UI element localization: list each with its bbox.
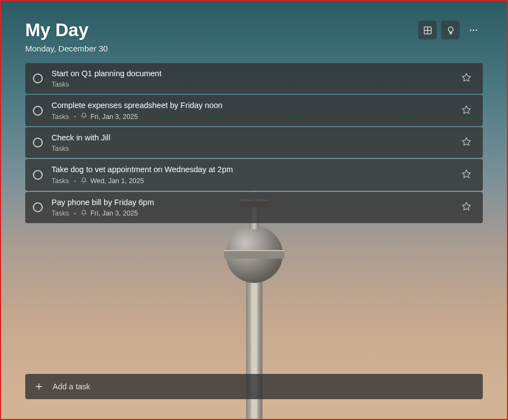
header-actions [418,21,483,39]
task-list: Start on Q1 planning documentTasksComple… [1,63,507,223]
task-row[interactable]: Start on Q1 planning documentTasks [25,63,483,94]
svg-rect-4 [224,250,284,251]
task-title: Take dog to vet appointment on Wednesday… [52,164,450,174]
svg-rect-3 [224,250,284,259]
task-reminder-date: Fri, Jan 3, 2025 [90,209,138,217]
svg-marker-19 [463,202,471,210]
star-icon [461,201,471,213]
bell-icon [81,177,87,185]
page-title: My Day [25,20,108,41]
svg-marker-18 [463,170,471,178]
task-reminder-date: Wed, Jan 1, 2025 [90,177,144,185]
svg-marker-16 [463,106,471,113]
header: My Day Monday, December 30 [1,1,507,63]
star-icon [461,169,471,181]
svg-point-12 [470,30,471,31]
more-icon [469,25,478,35]
task-list-name: Tasks [52,81,69,88]
more-button[interactable] [464,21,483,39]
task-list-name: Tasks [52,145,69,152]
meta-separator [74,116,76,117]
grid-icon [423,26,432,35]
task-complete-checkbox[interactable] [33,202,43,212]
task-row[interactable]: Pay phone bill by Friday 6pmTasksFri, Ja… [25,192,483,223]
task-title: Pay phone bill by Friday 6pm [52,197,450,207]
task-meta: TasksFri, Jan 3, 2025 [52,209,450,218]
task-row[interactable]: Check in with JillTasks [25,127,483,158]
star-button[interactable] [459,71,474,86]
task-reminder: Wed, Jan 1, 2025 [81,177,144,185]
task-meta: TasksWed, Jan 1, 2025 [52,177,450,185]
task-list-name: Tasks [52,177,69,185]
task-title: Complete expenses spreadsheet by Friday … [52,100,450,110]
suggestions-button[interactable] [441,21,460,39]
task-meta: Tasks [52,81,450,88]
task-reminder: Fri, Jan 3, 2025 [81,209,138,218]
star-button[interactable] [459,103,474,118]
task-row[interactable]: Complete expenses spreadsheet by Friday … [25,95,483,126]
task-body: Pay phone bill by Friday 6pmTasksFri, Ja… [52,197,450,218]
svg-point-13 [473,30,475,31]
task-title: Start on Q1 planning document [52,69,450,78]
task-reminder: Fri, Jan 3, 2025 [81,112,138,121]
star-icon [461,72,471,84]
task-complete-checkbox[interactable] [33,138,43,147]
task-body: Check in with JillTasks [52,133,450,152]
task-list-name: Tasks [52,209,69,217]
task-row[interactable]: Take dog to vet appointment on Wednesday… [25,159,483,190]
task-body: Complete expenses spreadsheet by Friday … [52,100,450,121]
star-button[interactable] [459,200,474,215]
task-complete-checkbox[interactable] [33,73,43,83]
star-button[interactable] [459,167,474,183]
svg-marker-17 [463,138,471,145]
task-body: Start on Q1 planning documentTasks [52,69,450,88]
task-complete-checkbox[interactable] [33,170,43,180]
plus-icon [34,382,44,391]
task-meta: TasksFri, Jan 3, 2025 [52,112,450,121]
star-icon [461,137,471,149]
bell-icon [81,112,87,121]
lightbulb-icon [446,26,455,35]
svg-marker-15 [463,73,471,81]
task-complete-checkbox[interactable] [33,106,43,116]
task-title: Check in with Jill [52,133,450,143]
star-button[interactable] [459,135,474,150]
task-meta: Tasks [52,145,450,152]
grid-button[interactable] [418,21,437,39]
add-task-bar[interactable] [25,374,483,399]
bell-icon [81,209,87,218]
meta-separator [74,213,76,214]
task-reminder-date: Fri, Jan 3, 2025 [90,113,138,121]
task-body: Take dog to vet appointment on Wednesday… [52,164,450,185]
star-icon [461,105,471,117]
add-task-input[interactable] [53,382,474,391]
meta-separator [74,180,76,182]
svg-point-2 [226,226,283,283]
svg-point-14 [476,30,477,31]
task-list-name: Tasks [52,113,69,121]
page-date: Monday, December 30 [25,44,108,53]
